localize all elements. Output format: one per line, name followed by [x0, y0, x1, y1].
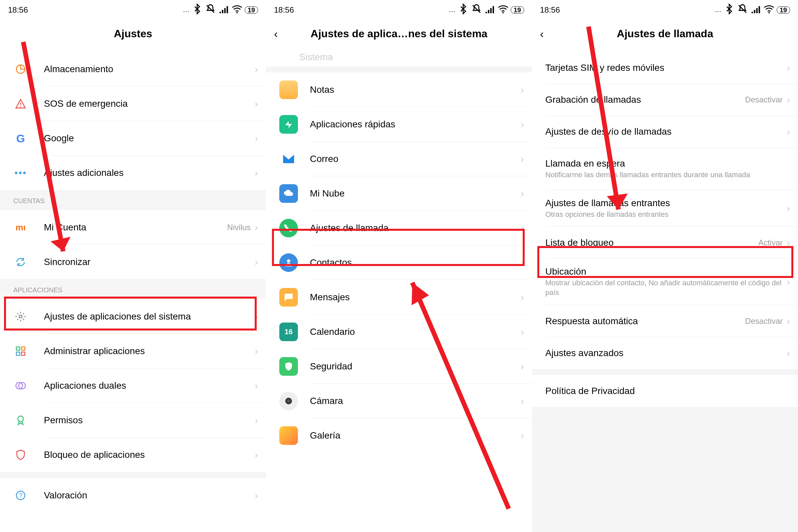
row-forwarding[interactable]: Ajustes de desvío de llamadas ›: [532, 116, 798, 148]
help-icon: ?: [13, 488, 28, 503]
row-label: Ajustes de llamada: [310, 223, 521, 233]
row-camera[interactable]: Cámara ›: [266, 384, 532, 418]
row-sync[interactable]: Sincronizar ›: [0, 245, 266, 279]
row-permissions[interactable]: Permisos ›: [0, 403, 266, 438]
row-label: Sincronizar: [44, 257, 255, 267]
chevron-right-icon: ›: [255, 222, 258, 233]
cutoff-section: Sistema: [266, 52, 532, 66]
chevron-right-icon: ›: [521, 430, 524, 441]
chevron-right-icon: ›: [787, 276, 790, 288]
chevron-right-icon: ›: [255, 449, 258, 460]
chevron-right-icon: ›: [255, 98, 258, 109]
row-label: Bloqueo de aplicaciones: [44, 450, 255, 460]
row-gallery[interactable]: Galería ›: [266, 418, 532, 453]
row-label: Almacenamiento: [44, 64, 255, 75]
gear-icon: [13, 309, 28, 324]
row-quick-apps[interactable]: Aplicaciones rápidas ›: [266, 107, 532, 141]
wifi-icon: [497, 3, 509, 16]
row-label: Google: [44, 133, 255, 144]
status-time: 18:56: [8, 5, 28, 15]
row-storage[interactable]: Almacenamiento ›: [0, 52, 266, 87]
row-label: Ajustes de aplicaciones del sistema: [44, 311, 255, 322]
row-google[interactable]: G Google ›: [0, 121, 266, 156]
row-blocklist[interactable]: Lista de bloqueo Activar ›: [532, 227, 798, 259]
warning-icon: [13, 96, 28, 111]
row-label: Administrar aplicaciones: [44, 346, 255, 357]
messages-icon: [279, 288, 298, 307]
row-mail[interactable]: Correo ›: [266, 141, 532, 176]
svg-rect-7: [16, 352, 20, 356]
chevron-right-icon: ›: [787, 126, 790, 137]
row-label: Contactos: [310, 258, 521, 268]
row-auto-answer[interactable]: Respuesta automática Desactivar ›: [532, 305, 798, 337]
chevron-right-icon: ›: [787, 316, 790, 327]
row-sublabel: Otras opciones de llamadas entrantes: [545, 210, 787, 220]
row-cloud[interactable]: Mi Nube ›: [266, 176, 532, 211]
row-contacts[interactable]: Contactos ›: [266, 245, 532, 280]
row-label: Respuesta automática: [545, 316, 745, 326]
status-icons: … 19: [449, 3, 524, 16]
chevron-right-icon: ›: [787, 203, 790, 214]
row-value: Activar: [758, 238, 783, 247]
chevron-right-icon: ›: [255, 415, 258, 426]
row-sim[interactable]: Tarjetas SIM y redes móviles ›: [532, 52, 798, 84]
row-privacy[interactable]: Política de Privacidad: [532, 375, 798, 407]
row-waiting[interactable]: Llamada en espera Notificarme las demás …: [532, 148, 798, 190]
row-rating[interactable]: ? Valoración ›: [0, 478, 266, 513]
svg-point-16: [502, 12, 504, 13]
screen-system-apps: 18:56 … 19 ‹ Ajustes de aplica…nes del s…: [266, 0, 532, 532]
row-app-lock[interactable]: Bloqueo de aplicaciones ›: [0, 438, 266, 472]
mail-icon: [279, 150, 298, 168]
row-dual-apps[interactable]: Aplicaciones duales ›: [0, 368, 266, 403]
more-horizontal-icon: •••: [13, 166, 28, 180]
row-label: Seguridad: [310, 361, 521, 372]
gallery-icon: [279, 426, 298, 445]
calendar-icon: 16: [279, 323, 298, 341]
row-incoming[interactable]: Ajustes de llamadas entrantes Otras opci…: [532, 190, 798, 227]
row-advanced[interactable]: Ajustes avanzados ›: [532, 337, 798, 369]
row-label: Permisos: [44, 415, 255, 425]
page-title: Ajustes de llamada: [617, 27, 713, 40]
row-label: Ajustes de desvío de llamadas: [545, 126, 787, 137]
back-button[interactable]: ‹: [540, 27, 544, 40]
section-cuentas: CUENTAS: [0, 190, 266, 210]
chevron-right-icon: ›: [255, 311, 258, 322]
status-bar: 18:56 … 19: [0, 0, 266, 18]
svg-rect-8: [22, 352, 25, 356]
row-mi-account[interactable]: mı Mi Cuenta Nivilus ›: [0, 210, 266, 245]
row-notes[interactable]: Notas ›: [266, 73, 532, 107]
back-button[interactable]: ‹: [274, 27, 278, 40]
chevron-right-icon: ›: [521, 223, 524, 234]
row-additional[interactable]: ••• Ajustes adicionales ›: [0, 156, 266, 190]
row-system-apps[interactable]: Ajustes de aplicaciones del sistema ›: [0, 299, 266, 334]
battery-indicator: 19: [511, 6, 524, 14]
status-time: 18:56: [274, 5, 294, 15]
row-calendar[interactable]: 16 Calendario ›: [266, 315, 532, 349]
row-location[interactable]: Ubicación Mostrar ubicación del contacto…: [532, 259, 798, 305]
grid-icon: [13, 344, 28, 358]
signal-icon: [750, 3, 761, 16]
row-label: Lista de bloqueo: [545, 238, 758, 248]
row-sublabel: Notificarme las demás llamadas entrantes…: [545, 170, 790, 180]
row-messages[interactable]: Mensajes ›: [266, 280, 532, 315]
chevron-right-icon: ›: [521, 326, 524, 338]
row-manage-apps[interactable]: Administrar aplicaciones ›: [0, 334, 266, 368]
notes-icon: [279, 80, 298, 99]
chevron-right-icon: ›: [255, 345, 258, 357]
row-label: Cámara: [310, 396, 521, 406]
wifi-icon: [231, 3, 243, 16]
status-icons: … 19: [715, 3, 790, 16]
chevron-right-icon: ›: [521, 291, 524, 303]
mute-icon: [737, 3, 748, 16]
status-bar: 18:56 … 19: [266, 0, 532, 18]
row-call-settings[interactable]: Ajustes de llamada ›: [266, 211, 532, 245]
bluetooth-icon: [191, 3, 203, 16]
signal-icon: [484, 3, 495, 16]
row-security[interactable]: Seguridad ›: [266, 349, 532, 384]
row-recording[interactable]: Grabación de llamadas Desactivar ›: [532, 84, 798, 116]
row-sos[interactable]: SOS de emergencia ›: [0, 87, 266, 121]
storage-icon: [13, 62, 28, 76]
screen-call-settings: 18:56 … 19 ‹ Ajustes de llamada Tarjetas…: [532, 0, 798, 532]
chevron-right-icon: ›: [255, 167, 258, 178]
signal-icon: [218, 3, 229, 16]
